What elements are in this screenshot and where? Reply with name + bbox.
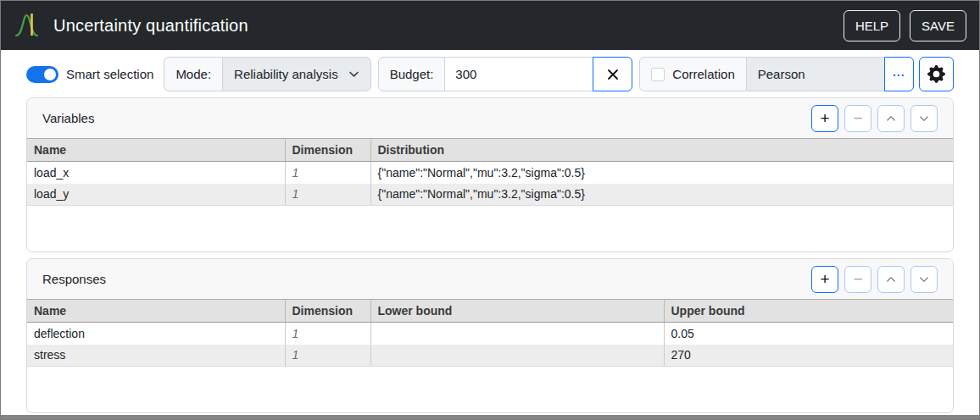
column-header-lower-bound: Lower bound: [370, 300, 664, 323]
cell-response-name[interactable]: stress: [27, 345, 285, 367]
variables-panel-title: Variables: [42, 111, 94, 125]
column-header-upper-bound: Upper bound: [664, 300, 953, 323]
correlation-label: Correlation: [672, 67, 734, 81]
cell-response-lower-bound[interactable]: [370, 345, 664, 367]
toolbar: Smart selection Mode: Reliability analys…: [26, 57, 954, 91]
correlation-group: Correlation Pearson ...: [639, 57, 913, 91]
close-icon: [606, 68, 620, 81]
variables-panel-actions: + −: [811, 105, 938, 132]
smart-selection-control: Smart selection: [26, 66, 157, 83]
correlation-more-button[interactable]: ...: [884, 57, 914, 91]
column-header-dimension: Dimension: [285, 139, 370, 162]
budget-group: Budget:: [378, 57, 633, 91]
cell-response-dimension[interactable]: 1: [285, 323, 370, 345]
window-bottom-edge: [1, 415, 979, 419]
budget-input[interactable]: [445, 58, 593, 91]
cell-variable-distribution[interactable]: {"name":"Normal","mu":3.2,"sigma":0.5}: [370, 162, 953, 184]
responses-header-row: Name Dimension Lower bound Upper bound: [27, 300, 953, 323]
chevron-up-icon: [886, 113, 896, 124]
variables-move-up-button[interactable]: [877, 105, 905, 132]
responses-table: Name Dimension Lower bound Upper bound d…: [27, 299, 953, 367]
mode-select[interactable]: Reliability analysis: [222, 57, 371, 91]
cell-variable-dimension[interactable]: 1: [285, 162, 370, 184]
gear-icon: [927, 65, 945, 83]
variables-add-button[interactable]: +: [811, 105, 838, 132]
mode-label: Mode:: [164, 57, 223, 91]
correlation-checkbox-wrap: Correlation: [639, 57, 746, 91]
correlation-checkbox[interactable]: [651, 68, 665, 81]
table-row: deflection 1 0.05: [27, 323, 953, 345]
save-button[interactable]: SAVE: [910, 10, 966, 41]
variables-remove-button[interactable]: −: [844, 105, 871, 132]
cell-variable-name[interactable]: load_x: [27, 162, 285, 184]
table-row: load_x 1 {"name":"Normal","mu":3.2,"sigm…: [27, 162, 953, 184]
chevron-up-icon: [886, 274, 896, 285]
responses-remove-button[interactable]: −: [844, 266, 871, 293]
responses-panel-title: Responses: [42, 272, 106, 286]
help-button[interactable]: HELP: [844, 10, 900, 41]
responses-add-button[interactable]: +: [811, 266, 838, 293]
header-actions: HELP SAVE: [844, 10, 966, 41]
responses-panel-actions: + −: [811, 266, 938, 293]
cell-response-lower-bound[interactable]: [370, 323, 664, 345]
smart-selection-label: Smart selection: [66, 67, 153, 81]
variables-panel-header: Variables + −: [27, 98, 953, 138]
settings-button[interactable]: [919, 57, 954, 91]
responses-panel: Responses + − Name Dimension Lower bound…: [26, 258, 954, 413]
smart-selection-toggle[interactable]: [26, 66, 58, 83]
cell-response-name[interactable]: deflection: [27, 323, 285, 345]
cell-variable-name[interactable]: load_y: [27, 184, 285, 206]
correlation-method-value: Pearson: [758, 67, 805, 81]
variables-move-down-button[interactable]: [910, 105, 938, 132]
app-logo-distribution-icon: [14, 9, 44, 41]
app-header: Uncertainty quantification HELP SAVE: [1, 1, 979, 50]
budget-field-wrap: [444, 57, 593, 91]
mode-group: Mode: Reliability analysis: [164, 57, 370, 91]
responses-panel-header: Responses + −: [27, 259, 953, 299]
variables-table: Name Dimension Distribution load_x 1 {"n…: [27, 138, 953, 206]
responses-move-down-button[interactable]: [910, 266, 938, 293]
cell-variable-dimension[interactable]: 1: [285, 184, 370, 206]
chevron-down-icon: [919, 113, 929, 124]
mode-selected-value: Reliability analysis: [234, 67, 338, 81]
responses-move-up-button[interactable]: [877, 266, 905, 293]
variables-header-row: Name Dimension Distribution: [27, 139, 953, 162]
cell-response-upper-bound[interactable]: 0.05: [664, 323, 953, 345]
column-header-distribution: Distribution: [370, 139, 953, 162]
budget-clear-button[interactable]: [593, 57, 632, 91]
chevron-down-icon: [348, 69, 359, 80]
table-row: stress 1 270: [27, 345, 953, 367]
cell-response-upper-bound[interactable]: 270: [664, 345, 953, 367]
table-row: load_y 1 {"name":"Normal","mu":3.2,"sigm…: [27, 184, 953, 206]
column-header-name: Name: [27, 300, 285, 323]
correlation-method-field: Pearson: [746, 57, 885, 91]
column-header-name: Name: [27, 139, 285, 162]
chevron-down-icon: [919, 274, 929, 285]
page-title: Uncertainty quantification: [53, 16, 248, 36]
variables-panel: Variables + − Name Dimension Distributio…: [26, 97, 954, 252]
cell-variable-distribution[interactable]: {"name":"Normal","mu":3.2,"sigma":0.5}: [370, 184, 953, 206]
toggle-knob: [44, 69, 56, 80]
app-window: Uncertainty quantification HELP SAVE Sma…: [0, 0, 980, 420]
cell-response-dimension[interactable]: 1: [285, 345, 370, 367]
column-header-dimension: Dimension: [285, 300, 370, 323]
budget-label: Budget:: [378, 57, 446, 91]
